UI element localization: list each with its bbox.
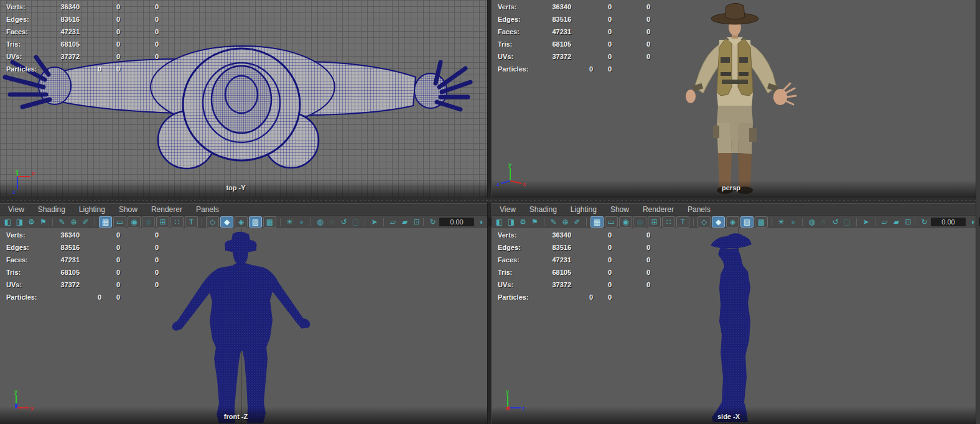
shadows-icon[interactable]: ●	[788, 217, 798, 227]
hud-value: 68105	[34, 269, 80, 276]
menu-item[interactable]: Shading	[523, 204, 564, 215]
image-plane-icon[interactable]: ✎	[57, 217, 67, 227]
hud-value: 36340	[34, 3, 80, 11]
bookmark-icon[interactable]: ⚑	[38, 217, 49, 227]
exposure-field[interactable]: 0.00	[439, 218, 474, 226]
wireframe-on-shaded-icon[interactable]: ◈	[235, 216, 248, 228]
image-plane-icon[interactable]: ✎	[548, 217, 559, 227]
pan-zoom-icon[interactable]: ⊕	[560, 217, 571, 227]
viewport-side-x[interactable]: Verts: 36340 0 0 Edges: 83516 0 0	[492, 228, 976, 424]
depth-of-field-icon[interactable]: ▢	[842, 217, 852, 227]
safe-action-icon[interactable]: ∷	[170, 216, 184, 228]
xray-icon[interactable]: ▱	[388, 217, 398, 227]
depth-of-field-icon[interactable]: ▢	[350, 217, 361, 227]
textured-icon[interactable]: ▨	[249, 216, 262, 228]
shadows-icon[interactable]: ●	[296, 217, 307, 227]
panel-toolbar: ◧ ◨ ⚙ ⚑ ✎ ⊕ ✐ ▦ ▭ ◉ ◎ ⊞ ∷ T ◇ ◆ ◈ ▨ ▩ ☀ …	[0, 215, 487, 229]
resolution-gate-icon[interactable]: ◉	[128, 216, 141, 228]
wireframe-on-shaded-icon[interactable]: ◈	[726, 216, 739, 228]
menu-item[interactable]: Panels	[681, 204, 717, 215]
camera-attributes-icon[interactable]: ⚙	[518, 217, 528, 227]
menu-item[interactable]: Shading	[31, 204, 72, 215]
exposure-cycle-icon[interactable]: ↻	[919, 217, 930, 227]
hud-col1: 0	[110, 16, 127, 23]
viewport-horizontal-divider[interactable]	[0, 198, 980, 203]
contrast-icon[interactable]: ◑	[967, 217, 978, 227]
shaded-icon[interactable]: ◆	[712, 216, 725, 228]
lock-camera-icon[interactable]: ◨	[14, 217, 25, 227]
menu-item[interactable]: View	[1, 204, 31, 215]
hud-row: Tris: 68105 0 0	[492, 39, 684, 51]
grid-icon[interactable]: ▦	[590, 216, 604, 228]
menu-item[interactable]: Lighting	[72, 204, 112, 215]
hud-pcol1: 0	[92, 65, 107, 73]
isolate-select-icon[interactable]: ➤	[369, 217, 380, 227]
safe-title-icon[interactable]: T	[676, 216, 689, 228]
wireframe-icon[interactable]: ◇	[698, 216, 711, 228]
menu-item[interactable]: Show	[604, 204, 636, 215]
hud-label: Edges:	[6, 16, 29, 23]
menu-item[interactable]: View	[493, 204, 523, 215]
menu-item[interactable]: Lighting	[564, 204, 604, 215]
gate-mask-icon[interactable]: ◎	[142, 216, 155, 228]
menu-item[interactable]: Renderer	[144, 204, 189, 215]
antialias-icon[interactable]: ↺	[830, 217, 841, 227]
hud-col2: 0	[148, 256, 166, 264]
menu-item[interactable]: Renderer	[636, 204, 681, 215]
xray-joints-icon[interactable]: ▰	[399, 217, 410, 227]
wireframe-icon[interactable]: ◇	[206, 216, 219, 228]
camera-icon[interactable]: ◧	[494, 217, 505, 227]
viewport-vertical-divider[interactable]	[487, 0, 492, 424]
motion-blur-icon[interactable]: ◌	[818, 217, 829, 227]
film-gate-icon[interactable]: ▭	[113, 216, 126, 228]
exposure-field[interactable]: 0.00	[931, 218, 966, 226]
occlusion-icon[interactable]: ◍	[315, 217, 325, 227]
poly-count-hud: Verts: 36340 0 0 Edges: 83516 0 0	[492, 1, 684, 76]
xray-joints-icon[interactable]: ▰	[891, 217, 902, 227]
axis-gizmo-persp: y x z	[495, 160, 529, 189]
viewport-top-y[interactable]: Verts: 36340 0 0 Edges: 83516 0 0	[0, 0, 487, 198]
viewport-front-z[interactable]: Verts: 36340 0 0 Edges: 83516 0 0	[0, 228, 487, 424]
contrast-icon[interactable]: ◑	[475, 217, 486, 227]
field-chart-icon[interactable]: ⊞	[648, 216, 661, 228]
antialias-icon[interactable]: ↺	[338, 217, 349, 227]
motion-blur-icon[interactable]: ◌	[327, 217, 337, 227]
hud-row: Verts: 36340 0 0	[492, 1, 684, 14]
grid-icon[interactable]: ▦	[99, 216, 112, 228]
resolution-gate-icon[interactable]: ◉	[619, 216, 632, 228]
menu-item[interactable]: Panels	[189, 204, 226, 215]
film-gate-icon[interactable]: ▭	[605, 216, 618, 228]
snapshot-icon[interactable]: ⊡	[411, 217, 422, 227]
safe-title-icon[interactable]: T	[185, 216, 198, 228]
field-chart-icon[interactable]: ⊞	[156, 216, 169, 228]
shaded-icon[interactable]: ◆	[220, 216, 233, 228]
toolbar-separator	[875, 218, 875, 226]
hud-col2: 0	[148, 3, 166, 11]
lights-icon[interactable]: ☀	[284, 217, 295, 227]
hud-col1: 0	[110, 256, 127, 264]
hud-col2: 0	[640, 244, 657, 251]
grease-pencil-icon[interactable]: ✐	[80, 217, 91, 227]
menu-item[interactable]: Show	[112, 204, 144, 215]
grease-pencil-icon[interactable]: ✐	[572, 217, 582, 227]
gate-mask-icon[interactable]: ◎	[633, 216, 646, 228]
camera-icon[interactable]: ◧	[2, 217, 13, 227]
default-material-icon[interactable]: ▩	[755, 216, 768, 228]
occlusion-icon[interactable]: ◍	[806, 217, 817, 227]
hud-row: Verts: 36340 0 0	[0, 1, 193, 14]
default-material-icon[interactable]: ▩	[263, 216, 276, 228]
lock-camera-icon[interactable]: ◨	[506, 217, 516, 227]
viewport-persp[interactable]: Verts: 36340 0 0 Edges: 83516 0 0	[492, 0, 976, 198]
textured-icon[interactable]: ▨	[740, 216, 754, 228]
snapshot-icon[interactable]: ⊡	[903, 217, 913, 227]
hud-row: Tris: 68105 0 0	[0, 267, 193, 279]
hud-row: UVs: 37372 0 0	[492, 279, 684, 292]
safe-action-icon[interactable]: ∷	[662, 216, 675, 228]
isolate-select-icon[interactable]: ➤	[861, 217, 871, 227]
bookmark-icon[interactable]: ⚑	[530, 217, 540, 227]
xray-icon[interactable]: ▱	[879, 217, 890, 227]
camera-attributes-icon[interactable]: ⚙	[26, 217, 37, 227]
lights-icon[interactable]: ☀	[776, 217, 786, 227]
exposure-cycle-icon[interactable]: ↻	[427, 217, 438, 227]
pan-zoom-icon[interactable]: ⊕	[68, 217, 79, 227]
